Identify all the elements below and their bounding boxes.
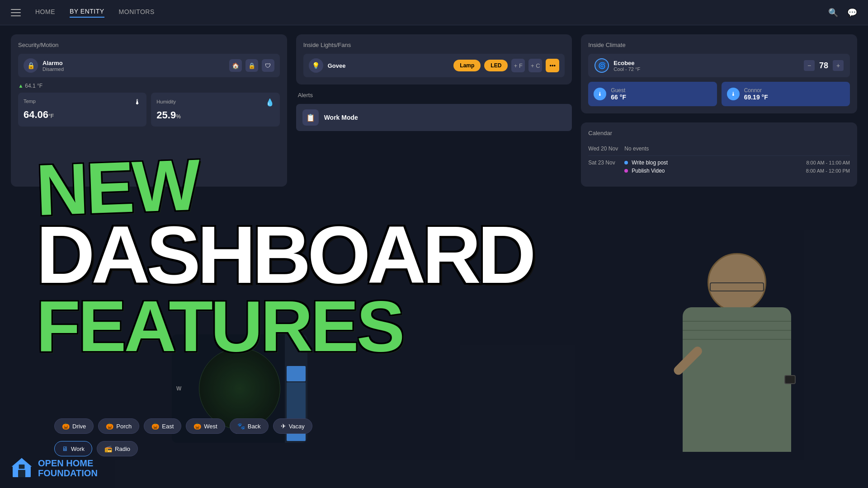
alerts-section: Alerts 📋 Work Mode	[296, 92, 572, 131]
calendar-row-sat: Sat 23 Nov Write blog post 8:00 AM - 11:…	[588, 156, 850, 179]
east-icon: 🎃	[151, 422, 159, 430]
vacay-icon: ✈	[281, 422, 286, 430]
east-label: East	[162, 423, 174, 430]
logo-icon	[11, 457, 33, 479]
ecobee-icon: 🌀	[594, 58, 609, 73]
sensor-row: Temp 🌡 64.06°F Humidity 💧 25.9%	[18, 93, 280, 127]
temp-label: Temp	[24, 99, 36, 104]
room-connor: 🌡 Connor 69.19 °F	[722, 82, 850, 106]
ecobee-mode: Cool - 72 °F	[613, 66, 640, 72]
temp-icon: 🌡	[134, 98, 141, 106]
cal-events-sat: Write blog post 8:00 AM - 11:00 AM Publi…	[624, 160, 850, 176]
quick-btn-west[interactable]: 🎃 West	[186, 418, 225, 434]
fan-c-btn[interactable]: + C	[528, 59, 542, 72]
cal-date-sat: Sat 23 Nov	[588, 160, 624, 166]
lock-action-btn[interactable]: 🔒	[245, 59, 258, 72]
fan-f-btn[interactable]: + F	[511, 59, 525, 72]
quick-btn-porch[interactable]: 🎃 Porch	[98, 418, 139, 434]
quick-btn-radio[interactable]: 📻 Radio	[97, 441, 138, 456]
video-name: Publish Video	[632, 168, 665, 174]
ecobee-name: Ecobee	[613, 60, 640, 66]
security-title: Security/Motion	[18, 42, 280, 48]
svg-rect-3	[19, 465, 25, 469]
blog-time: 8:00 AM - 11:00 AM	[806, 160, 850, 165]
alert-icon: 📋	[302, 109, 319, 126]
radio-label: Radio	[115, 446, 130, 452]
cal-no-events: No events	[624, 145, 850, 152]
main-content: Security/Motion 🔒 Alarmo Disarmed 🏠 🔒 🛡 …	[0, 25, 868, 196]
humidity-value: 25.9%	[156, 109, 274, 121]
room-guest: 🌡 Guest 66 °F	[588, 82, 717, 106]
temp-sensor-card: Temp 🌡 64.06°F	[18, 93, 146, 127]
quick-btn-vacay[interactable]: ✈ Vacay	[273, 418, 312, 434]
room-connor-name: Connor	[744, 87, 768, 94]
humidity-unit: %	[176, 113, 181, 120]
calendar-card: Calendar Wed 20 Nov No events Sat 23 Nov…	[581, 122, 857, 187]
nav-right: 🔍 💬	[828, 8, 857, 18]
ecobee-temp: 78	[819, 61, 828, 70]
temp-decrease-btn[interactable]: −	[804, 60, 815, 71]
logo-line1: OPEN HOME	[38, 458, 98, 468]
video-dot	[624, 169, 628, 173]
nav-by-entity[interactable]: BY ENTITY	[70, 8, 104, 18]
nav-monitors[interactable]: MONITORS	[119, 8, 155, 17]
led-btn[interactable]: LED	[484, 60, 508, 71]
drive-icon: 🎃	[62, 422, 70, 430]
alarm-icon: 🔒	[24, 58, 38, 73]
back-icon: 🐾	[237, 422, 245, 430]
west-label: West	[204, 423, 217, 430]
nav-home[interactable]: HOME	[35, 8, 55, 17]
home-action-btn[interactable]: 🏠	[229, 59, 242, 72]
porch-icon: 🎃	[106, 422, 113, 430]
govee-row: 💡 Govee Lamp LED + F + C •••	[303, 54, 565, 77]
vacay-label: Vacay	[289, 423, 305, 430]
video-time: 8:00 AM - 12:00 PM	[806, 168, 850, 174]
blog-dot	[624, 161, 628, 164]
cal-events-wed: No events	[624, 145, 850, 152]
porch-label: Porch	[116, 423, 132, 430]
room-guest-temp: 66 °F	[611, 94, 626, 101]
quick-btn-back[interactable]: 🐾 Back	[230, 418, 269, 434]
shield-action-btn[interactable]: 🛡	[262, 59, 274, 72]
calendar-title: Calendar	[588, 130, 850, 136]
chat-icon[interactable]: 💬	[847, 8, 857, 18]
cal-event-blog: Write blog post 8:00 AM - 11:00 AM	[624, 160, 850, 166]
lamp-btn[interactable]: Lamp	[453, 60, 481, 71]
alarm-actions: 🏠 🔒 🛡	[229, 59, 274, 72]
drive-label: Drive	[72, 423, 86, 430]
temp-increase-btn[interactable]: +	[833, 60, 844, 71]
logo-line2: FOUNDATION	[38, 468, 98, 478]
hamburger-menu[interactable]	[11, 9, 21, 16]
lights-title: Inside Lights/Fans	[303, 42, 565, 48]
work-icon: 🖥	[62, 445, 68, 452]
ecobee-left: 🌀 Ecobee Cool - 72 °F	[594, 58, 640, 73]
quick-btn-east[interactable]: 🎃 East	[144, 418, 181, 434]
security-card: Security/Motion 🔒 Alarmo Disarmed 🏠 🔒 🛡 …	[11, 34, 287, 187]
blog-name: Write blog post	[632, 160, 668, 166]
outside-temp-value: 64.1 °F	[25, 83, 42, 89]
alert-item-workmode[interactable]: 📋 Work Mode	[296, 104, 572, 131]
alarm-status: Disarmed	[42, 66, 64, 72]
svg-rect-2	[18, 470, 25, 477]
govee-left: 💡 Govee	[309, 58, 346, 73]
lights-controls: Lamp LED + F + C •••	[453, 59, 559, 72]
quick-btn-drive[interactable]: 🎃 Drive	[54, 418, 94, 434]
temp-value: 64.06°F	[24, 109, 141, 121]
lights-card: Inside Lights/Fans 💡 Govee Lamp LED + F …	[296, 34, 572, 84]
ecobee-controls: − 78 +	[804, 60, 844, 71]
ecobee-row: 🌀 Ecobee Cool - 72 °F − 78 +	[588, 54, 850, 77]
cal-event-video: Publish Video 8:00 AM - 12:00 PM	[624, 168, 850, 174]
climate-card: Inside Climate 🌀 Ecobee Cool - 72 °F − 7…	[581, 34, 857, 113]
alarm-row: 🔒 Alarmo Disarmed 🏠 🔒 🛡	[18, 54, 280, 77]
govee-name: Govee	[328, 62, 346, 69]
temp-unit: °F	[48, 113, 54, 119]
cal-date-wed: Wed 20 Nov	[588, 145, 624, 152]
more-lights-btn[interactable]: •••	[546, 59, 559, 72]
humidity-label: Humidity	[156, 99, 176, 104]
govee-icon: 💡	[309, 58, 323, 73]
logo-text: OPEN HOME FOUNDATION	[38, 458, 98, 478]
quick-btn-work[interactable]: 🖥 Work	[54, 441, 92, 456]
search-icon[interactable]: 🔍	[828, 8, 838, 18]
nav-links: HOME BY ENTITY MONITORS	[35, 8, 155, 18]
alerts-title: Alerts	[296, 92, 572, 99]
